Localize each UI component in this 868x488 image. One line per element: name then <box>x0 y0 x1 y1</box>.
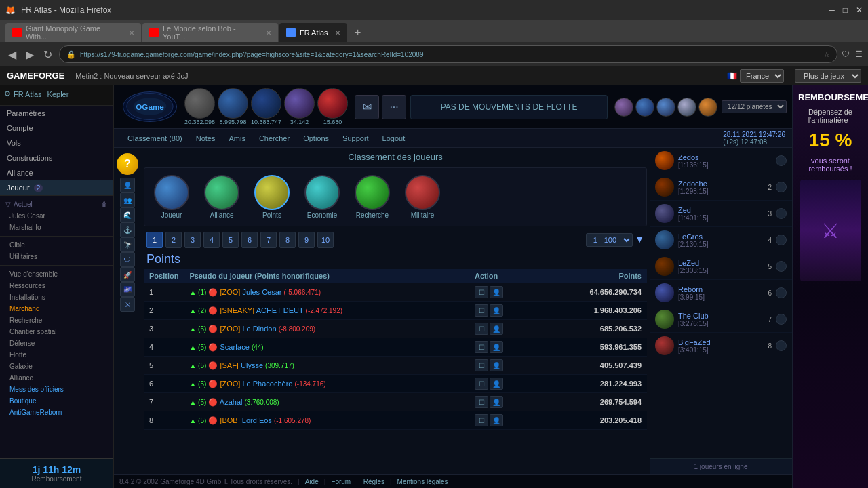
planet-slot-1[interactable]: 20.362.098 <box>184 88 215 125</box>
nav-back-button[interactable]: ◀ <box>5 45 19 64</box>
sidebar-sub-ressources[interactable]: Ressources <box>0 280 113 291</box>
tab-close-2[interactable]: ✕ <box>266 29 271 37</box>
planet-slot-4[interactable]: 34.142 <box>284 88 315 125</box>
cat-militaire[interactable]: Militaire <box>399 172 446 222</box>
sidebar-item-alliance[interactable]: Alliance <box>0 165 113 180</box>
cat-points[interactable]: Points <box>249 172 295 222</box>
sidebar-sub-marchand[interactable]: Marchand <box>0 303 113 314</box>
rail-icon-4[interactable]: ⚓ <box>120 222 135 237</box>
sidebar-sub-mess[interactable]: Mess des officiers <box>0 384 113 395</box>
sidebar-item-joueur[interactable]: Joueur 2 <box>0 180 113 195</box>
player-name-link[interactable]: Jules Cesar <box>242 288 281 296</box>
page-2[interactable]: 2 <box>165 232 182 248</box>
rail-icon-9[interactable]: ⚔ <box>120 297 135 312</box>
list-item[interactable]: The Club [3:276:15] 7 <box>650 306 792 333</box>
tab-fratlas[interactable]: FR Atlas ✕ <box>279 23 347 42</box>
page-6[interactable]: 6 <box>241 232 258 248</box>
tab-youtube-bob[interactable]: Le Monde selon Bob - YouT... ✕ <box>142 23 278 42</box>
bookmark-icon[interactable]: ☆ <box>823 50 830 59</box>
rail-icon-7[interactable]: 🚀 <box>120 267 135 282</box>
action-btn-2[interactable]: 👤 <box>490 304 503 317</box>
action-btn-1[interactable]: ☐ <box>475 304 488 317</box>
sidebar-sub-chantier[interactable]: Chantier spatial <box>0 326 113 338</box>
page-select[interactable]: 1 - 100 <box>586 233 633 247</box>
tab-close-3[interactable]: ✕ <box>335 29 340 37</box>
list-item[interactable]: LeZed [2:303:15] 5 <box>650 253 792 280</box>
new-tab-button[interactable]: + <box>349 23 368 42</box>
nav-logout[interactable]: Logout <box>376 131 412 145</box>
rail-icon-6[interactable]: 🛡 <box>120 252 135 267</box>
minimize-button[interactable]: ─ <box>829 5 835 15</box>
action-btn-2[interactable]: 👤 <box>490 286 503 298</box>
link-aide[interactable]: Aide <box>305 478 319 485</box>
action-btn-2[interactable]: 👤 <box>490 396 503 408</box>
sidebar-item-constructions[interactable]: Constructions <box>0 150 113 165</box>
list-item[interactable]: Zedoche [1:298:15] 2 <box>650 174 792 201</box>
mini-planet-1[interactable] <box>614 98 633 117</box>
sidebar-sub-defense[interactable]: Défense <box>0 338 113 349</box>
chat-button[interactable]: ··· <box>382 95 406 119</box>
mini-planet-2[interactable] <box>635 98 654 117</box>
tab-close-1[interactable]: ✕ <box>129 29 134 37</box>
player-name-link[interactable]: Le Dindon <box>242 325 276 333</box>
planet-slot-2[interactable]: 8.995.798 <box>218 88 248 125</box>
action-btn-2[interactable]: 👤 <box>490 323 503 335</box>
more-games-select[interactable]: Plus de jeux <box>795 69 861 83</box>
link-forum[interactable]: Forum <box>331 478 351 485</box>
action-btn-1[interactable]: ☐ <box>475 414 488 426</box>
list-item[interactable]: Reborn [3:99:15] 6 <box>650 280 792 306</box>
nav-support[interactable]: Support <box>336 131 376 145</box>
cat-recherche[interactable]: Recherche <box>349 172 395 222</box>
planet-slot-3[interactable]: 10.383.747 <box>251 88 281 125</box>
action-btn-1[interactable]: ☐ <box>475 341 488 353</box>
rail-icon-1[interactable]: 👤 <box>120 178 135 192</box>
list-item[interactable]: LeGros [2:130:15] 4 <box>650 227 792 253</box>
player-name-link[interactable]: Le Phacochère <box>242 380 292 388</box>
list-item[interactable]: Zed [1:401:15] 3 <box>650 201 792 227</box>
mini-planet-5[interactable] <box>698 98 717 117</box>
rail-icon-2[interactable]: 👥 <box>120 192 135 207</box>
nav-notes[interactable]: Notes <box>189 131 222 145</box>
help-orb[interactable]: ? <box>117 153 138 175</box>
rail-icon-8[interactable]: 🌌 <box>120 282 135 297</box>
list-item[interactable]: Zedos [1:136:15] <box>650 148 792 174</box>
sidebar-item-compte[interactable]: Compte <box>0 121 113 136</box>
cat-joueur[interactable]: Joueur <box>149 172 195 222</box>
action-btn-1[interactable]: ☐ <box>475 286 488 298</box>
link-regles[interactable]: Règles <box>363 478 384 485</box>
sidebar-sub-antigame[interactable]: AntiGameReborn <box>0 407 113 418</box>
sidebar-sub-alliance2[interactable]: Alliance <box>0 372 113 384</box>
nav-classement[interactable]: Classement (80) <box>121 131 189 145</box>
sidebar-sub-flotte[interactable]: Flotte <box>0 349 113 361</box>
cat-economie[interactable]: Economie <box>299 172 345 222</box>
page-4[interactable]: 4 <box>203 232 220 248</box>
page-range-dropdown[interactable]: 1 - 100 ▼ <box>586 233 644 247</box>
player-name-link[interactable]: ACHET DEUT <box>256 306 304 314</box>
sidebar-sub-vue[interactable]: Vue d'ensemble <box>0 268 113 280</box>
sidebar-item-parametres[interactable]: Paramètres <box>0 106 113 121</box>
page-3[interactable]: 3 <box>184 232 201 248</box>
page-8[interactable]: 8 <box>279 232 296 248</box>
planets-selector[interactable]: 12/12 planètes <box>722 100 787 113</box>
expand-icon[interactable]: ▽ <box>5 201 11 208</box>
close-button[interactable]: ✕ <box>856 5 863 15</box>
planet-slot-5[interactable]: 15.630 <box>317 88 348 125</box>
country-selector[interactable]: 🇫🇷 France <box>727 69 784 83</box>
address-bar[interactable]: 🔒 https://s179-fr.ogame.gameforge.com/ga… <box>59 45 837 63</box>
action-btn-1[interactable]: ☐ <box>475 359 488 371</box>
action-btn-2[interactable]: 👤 <box>490 414 503 426</box>
sidebar-utilitaires[interactable]: Utilitaires <box>0 251 113 262</box>
list-item[interactable]: BigFaZed [3:401:15] 8 <box>650 333 792 359</box>
sidebar-player2[interactable]: Marshal Io <box>0 222 113 233</box>
rail-icon-3[interactable]: 🌊 <box>120 207 135 222</box>
action-btn-2[interactable]: 👤 <box>490 378 503 390</box>
sidebar-sub-recherche[interactable]: Recherche <box>0 314 113 326</box>
sidebar-player1[interactable]: Jules Cesar <box>0 210 113 222</box>
nav-reload-button[interactable]: ↻ <box>41 45 55 64</box>
browser-window-controls[interactable]: ─ □ ✕ <box>829 5 863 15</box>
action-btn-2[interactable]: 👤 <box>490 341 503 353</box>
mini-planet-3[interactable] <box>656 98 675 117</box>
nav-forward-button[interactable]: ▶ <box>23 45 37 64</box>
sidebar-item-vols[interactable]: Vols <box>0 136 113 150</box>
sidebar-sub-galaxie[interactable]: Galaxie <box>0 361 113 372</box>
